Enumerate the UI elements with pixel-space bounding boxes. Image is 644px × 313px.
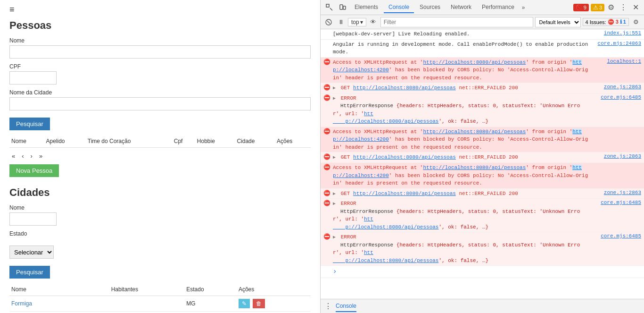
svg-line-4 [327, 21, 330, 24]
console-source[interactable]: core.mjs:6485 [589, 200, 641, 205]
issues-badge[interactable]: 4 Issues: ⛔ 3 ℹ 1 [583, 18, 629, 26]
devtools-console-toolbar: ⏸ top ▾ 👁 Default levels Verbose Info Wa… [321, 15, 644, 29]
console-message: Access to XMLHttpRequest at 'http://loca… [333, 164, 589, 187]
cidade-nome[interactable]: Belo Horizonte [9, 312, 109, 313]
console-source[interactable]: zone.js:2863 [589, 153, 641, 159]
warn-badge[interactable]: ⚠ 3 [591, 4, 604, 11]
cors-link-2[interactable]: http://localhost:8080/api/pessoas [423, 129, 526, 135]
get-link-3[interactable]: http://localhost:8080/api/pessoas [353, 191, 456, 196]
pessoas-table-container: Nome Apelido Time do Coração Cpf Hobbie … [9, 135, 311, 161]
bottom-console-tab[interactable]: Console [336, 301, 356, 312]
expand-icon[interactable]: ▶ [333, 191, 336, 196]
clear-console-button[interactable] [323, 17, 334, 27]
filter-input[interactable] [380, 17, 533, 27]
col-cpf: Cpf [172, 135, 195, 148]
more-tabs-button[interactable]: » [520, 2, 527, 13]
col-acoes: Ações [237, 283, 311, 296]
more-options-button[interactable]: ⋮ [618, 2, 629, 13]
pessoas-pesquisar-button[interactable]: Pesquisar [9, 118, 50, 130]
col-nome: Nome [9, 283, 109, 296]
console-source[interactable]: core.mjs:24863 [589, 41, 641, 46]
error-icon: ⛔ [323, 94, 331, 102]
tab-elements[interactable]: Elements [350, 2, 383, 13]
cidade-nome[interactable]: Formiga [9, 296, 109, 312]
cidades-nome-input[interactable] [9, 212, 57, 226]
console-message: Access to XMLHttpRequest at 'http://loca… [333, 128, 589, 152]
expand-icon[interactable]: ▶ [333, 201, 336, 206]
console-row-cors-error-2: ⛔ Access to XMLHttpRequest at 'http://lo… [321, 127, 644, 153]
estado-group: Estado Selecionar MG RJ SP [9, 230, 311, 259]
pagination-first[interactable]: « [9, 152, 17, 161]
error-icon: ⛔ [323, 233, 331, 241]
error-icon: ⛔ [323, 84, 331, 92]
delete-button[interactable]: 🗑 [253, 299, 265, 308]
pagination-next[interactable]: › [28, 152, 35, 161]
cidades-nome-group: Nome [9, 204, 311, 226]
device-toggle-button[interactable] [337, 1, 349, 14]
inspect-element-button[interactable] [323, 1, 336, 14]
levels-dropdown[interactable]: Default levels Verbose Info Warnings Err… [535, 17, 581, 27]
cidade-group: Nome da Cidade [9, 89, 311, 110]
pagination-last[interactable]: » [37, 152, 45, 161]
cpf-group: CPF [9, 63, 311, 85]
hamburger-menu[interactable]: ≡ [9, 5, 311, 15]
console-message: ▶ ERROR HttpErrorResponse {headers: Http… [333, 200, 589, 231]
console-source[interactable]: localhost:1 [589, 59, 641, 64]
expand-icon[interactable]: ▶ [333, 155, 336, 160]
console-source[interactable]: index.js:551 [589, 30, 641, 36]
col-acoes: Ações [275, 135, 311, 148]
pagination-prev[interactable]: ‹ [19, 152, 26, 161]
cors-link[interactable]: http://localhost:8080/api/pessoas [423, 59, 526, 65]
pessoas-pagination: « ‹ › » [9, 152, 311, 161]
expand-icon[interactable]: ▶ [333, 235, 336, 240]
edit-button[interactable]: ✎ [239, 299, 250, 308]
console-row-expand: › [321, 266, 644, 278]
estado-select[interactable]: Selecionar MG RJ SP [9, 245, 54, 259]
eye-icon-button[interactable]: 👁 [368, 17, 379, 27]
tab-sources[interactable]: Sources [415, 2, 445, 13]
table-row: Formiga MG ✎ 🗑 [9, 296, 311, 312]
issues-settings-button[interactable]: ⚙ [631, 17, 641, 27]
top-level-dropdown[interactable]: top ▾ [348, 18, 366, 26]
expand-icon[interactable]: ▶ [333, 85, 336, 91]
cidade-estado: MG [184, 312, 237, 313]
cidades-nome-label: Nome [9, 204, 311, 211]
close-devtools-button[interactable]: ✕ [630, 2, 641, 13]
error-icon: 🚫 [576, 4, 583, 11]
console-row-get-failed-2: ⛔ ▶ GET http://localhost:8080/api/pessoa… [321, 152, 644, 163]
console-row: [webpack-dev-server] Live Reloading enab… [321, 29, 644, 40]
cpf-input[interactable] [9, 71, 57, 85]
tab-console[interactable]: Console [384, 2, 414, 13]
error-icon: ⛔ [323, 153, 331, 161]
get-link-2[interactable]: http://localhost:8080/api/pessoas [353, 154, 456, 160]
tab-performance[interactable]: Performance [477, 2, 519, 13]
console-row-cors-error-1: ⛔ Access to XMLHttpRequest at 'http://lo… [321, 58, 644, 84]
settings-button[interactable]: ⚙ [605, 2, 617, 13]
col-estado: Estado [184, 283, 237, 296]
expand-icon[interactable]: ▶ [333, 96, 336, 101]
issues-error-count: ⛔ 3 [608, 19, 619, 25]
nome-input[interactable] [9, 45, 311, 59]
console-message: ▶ ERROR HttpErrorResponse {headers: Http… [333, 94, 589, 126]
tab-network[interactable]: Network [446, 2, 476, 13]
svg-rect-0 [326, 4, 329, 7]
error-icon: ⛔ [323, 164, 331, 172]
get-link[interactable]: http://localhost:8080/api/pessoas [353, 85, 456, 91]
drawer-dots-button[interactable]: ⋮ [324, 302, 332, 311]
console-source[interactable]: core.mjs:6485 [589, 94, 641, 100]
error-badge[interactable]: 🚫 9 [573, 4, 589, 11]
pause-exceptions-button[interactable]: ⏸ [336, 17, 346, 27]
cors-link-3[interactable]: http://localhost:8080/api/pessoas [423, 165, 526, 170]
console-source[interactable]: zone.js:2863 [589, 190, 641, 195]
cidade-label: Nome da Cidade [9, 89, 311, 96]
cidades-title: Cidades [9, 186, 311, 199]
error-icon: ⛔ [323, 128, 331, 136]
console-message: ▶ GET http://localhost:8080/api/pessoas … [333, 190, 589, 198]
console-source[interactable]: zone.js:2863 [589, 84, 641, 90]
console-source[interactable]: core.mjs:6485 [589, 233, 641, 239]
nova-pessoa-button[interactable]: Nova Pessoa [9, 164, 59, 177]
cidade-input[interactable] [9, 97, 311, 110]
cidades-pesquisar-button[interactable]: Pesquisar [9, 266, 50, 279]
expand-more-button[interactable]: › [333, 268, 337, 275]
cidade-acoes: ✎ 🗑 [237, 312, 311, 313]
